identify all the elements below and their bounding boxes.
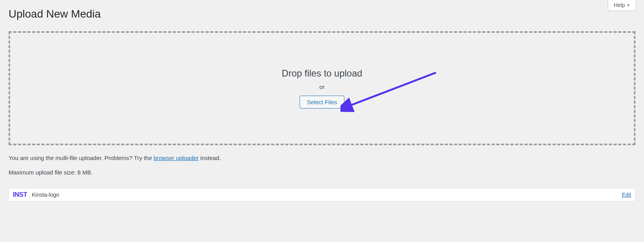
max-upload-size: Maximum upload file size: 8 MB.: [0, 161, 644, 176]
media-thumbnail: INST: [13, 191, 27, 199]
select-files-button[interactable]: Select Files: [300, 96, 345, 109]
or-label: or: [319, 84, 325, 90]
info-suffix: instead.: [199, 155, 221, 161]
media-item-row: INST Kinsta-logo Edit: [9, 188, 635, 201]
upload-drop-zone[interactable]: Drop files to upload or Select Files: [9, 31, 635, 145]
media-filename: Kinsta-logo: [32, 192, 59, 198]
drop-heading: Drop files to upload: [282, 68, 362, 79]
media-item-left: INST Kinsta-logo: [13, 191, 59, 199]
page-title: Upload New Media: [0, 0, 644, 24]
edit-link[interactable]: Edit: [622, 192, 631, 198]
help-label: Help: [614, 2, 625, 8]
info-prefix: You are using the multi-file uploader. P…: [9, 155, 154, 161]
help-tab[interactable]: Help ▼: [608, 0, 636, 11]
uploader-info-text: You are using the multi-file uploader. P…: [0, 149, 644, 161]
browser-uploader-link[interactable]: browser uploader: [154, 155, 199, 161]
chevron-down-icon: ▼: [626, 3, 630, 7]
